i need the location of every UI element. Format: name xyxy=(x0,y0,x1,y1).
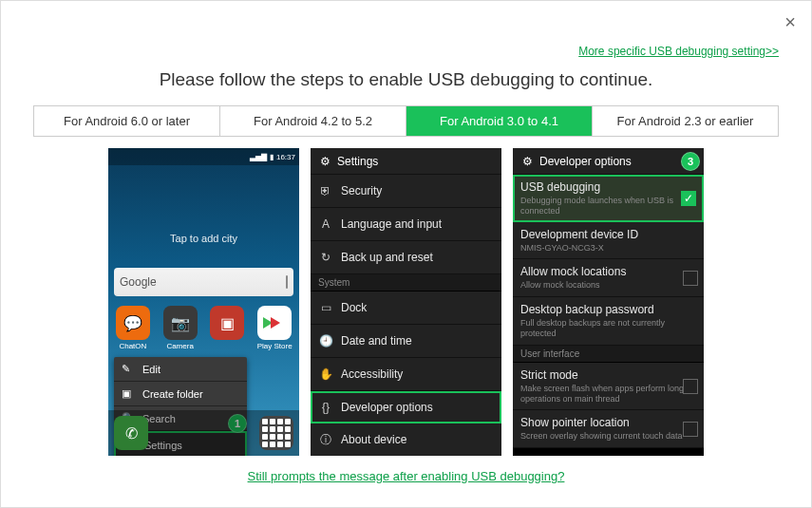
gear-icon: ⚙ xyxy=(520,155,534,168)
dock: ✆ xyxy=(108,410,299,456)
phone-icon: ✆ xyxy=(114,416,148,450)
section-user-interface: User interface xyxy=(513,346,704,363)
status-bar: ▃▅▇▮16:37 xyxy=(108,148,299,165)
checkbox-checked-icon xyxy=(681,191,696,206)
section-system: System xyxy=(311,274,501,292)
row-accessibility: ✋Accessibility xyxy=(311,358,501,391)
row-strict-mode: Strict modeMake screen flash when apps p… xyxy=(513,363,704,411)
row-backup: ↻Back up and reset xyxy=(311,241,501,274)
step-badge-3: 3 xyxy=(681,152,700,171)
google-search-widget: Google xyxy=(114,268,293,296)
screenshot-step-2: ⚙Settings ⛨Security ALanguage and input … xyxy=(311,148,501,456)
backup-icon: ↻ xyxy=(318,250,333,265)
settings-header: ⚙Settings xyxy=(311,148,501,175)
screenshot-step-1: ▃▅▇▮16:37 16:37 Fri, Jan 18 Tap to add c… xyxy=(108,148,299,456)
tab-android-4-2[interactable]: For Android 4.2 to 5.2 xyxy=(220,106,406,136)
clock-icon: 🕘 xyxy=(318,333,333,348)
folder-icon: ▣ xyxy=(122,387,135,400)
playstore-icon: Play Store xyxy=(255,306,293,353)
checkbox-icon xyxy=(683,271,698,286)
home-icons-row: 💬ChatON 📷Camera ▣ Play Store xyxy=(114,306,293,353)
row-developer-options: {}Developer options 2 xyxy=(311,391,501,423)
row-dock: ▭Dock xyxy=(311,292,501,325)
menu-create-folder: ▣Create folder xyxy=(114,382,247,406)
language-icon: A xyxy=(318,216,333,232)
gear-icon: ⚙ xyxy=(318,155,331,168)
row-backup-password: Desktop backup passwordFull desktop back… xyxy=(513,297,704,346)
menu-edit: ✎Edit xyxy=(114,357,247,382)
apps-icon xyxy=(259,416,293,450)
android-version-tabs: For Android 6.0 or later For Android 4.2… xyxy=(33,105,779,137)
row-security: ⛨Security xyxy=(311,175,501,208)
dev-options-header: ⚙Developer options 3 xyxy=(513,148,704,175)
tab-android-3-0[interactable]: For Android 3.0 to 4.1 xyxy=(406,106,593,136)
hand-icon: ✋ xyxy=(318,367,333,382)
info-icon: ⓘ xyxy=(318,432,333,447)
more-specific-link[interactable]: More specific USB debugging setting>> xyxy=(578,45,779,58)
row-usb-debugging: USB debuggingDebugging mode launches whe… xyxy=(513,175,704,222)
close-button[interactable]: × xyxy=(784,12,796,31)
instruction-screens: ▃▅▇▮16:37 16:37 Fri, Jan 18 Tap to add c… xyxy=(33,148,779,456)
screenshot-step-3: ⚙Developer options 3 USB debuggingDebugg… xyxy=(513,148,704,456)
weather-tap: Tap to add city xyxy=(108,233,299,244)
row-dev-device-id: Development device IDNMIS-GYAO-NCG3-X xyxy=(513,222,704,260)
usb-debugging-dialog: × More specific USB debugging setting>> … xyxy=(0,0,812,508)
checkbox-icon xyxy=(683,422,698,437)
row-about: ⓘAbout device xyxy=(311,423,501,456)
bottom-help-link-container: Still prompts the message after enabling… xyxy=(33,469,779,483)
dock-icon: ▭ xyxy=(318,300,333,315)
tab-android-6[interactable]: For Android 6.0 or later xyxy=(34,106,220,136)
tab-android-2-3[interactable]: For Android 2.3 or earlier xyxy=(593,106,778,136)
pencil-icon: ✎ xyxy=(122,363,135,375)
still-prompts-link[interactable]: Still prompts the message after enabling… xyxy=(248,469,565,483)
row-datetime: 🕘Date and time xyxy=(311,325,501,358)
row-pointer-location: Show pointer locationScreen overlay show… xyxy=(513,410,704,448)
chaton-icon: 💬ChatON xyxy=(114,306,152,353)
row-language: ALanguage and input xyxy=(311,208,501,241)
dialog-heading: Please follow the steps to enable USB de… xyxy=(33,69,779,90)
redbox-icon: ▣ xyxy=(209,306,247,353)
braces-icon: {} xyxy=(318,400,333,415)
row-mock-locations: Allow mock locationsAllow mock locations xyxy=(513,259,704,297)
checkbox-icon xyxy=(683,379,698,394)
security-icon: ⛨ xyxy=(318,183,333,198)
camera-icon: 📷Camera xyxy=(161,306,199,353)
